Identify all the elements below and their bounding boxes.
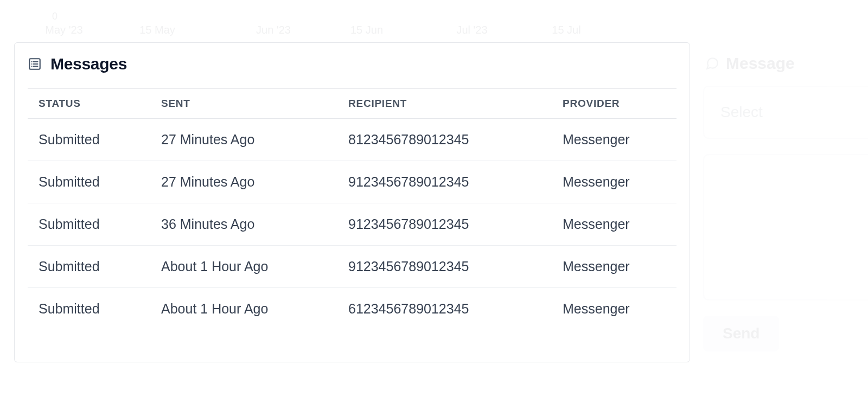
recipient-select-placeholder: Select bbox=[720, 104, 763, 121]
cell-sent: 27 Minutes Ago bbox=[150, 119, 337, 161]
chart-xtick: 15 May bbox=[139, 24, 175, 36]
table-header-row: STATUS SENT RECIPIENT PROVIDER bbox=[28, 89, 676, 119]
compose-header: Message bbox=[703, 42, 868, 86]
send-button[interactable]: Send bbox=[703, 316, 779, 351]
cell-recipient: 9123456789012345 bbox=[337, 246, 552, 288]
chart-xaxis: 0 May '23 15 May Jun '23 15 Jun Jul '23 … bbox=[0, 0, 868, 43]
messages-card: Messages STATUS SENT RECIPIENT PROVIDER … bbox=[14, 42, 690, 362]
cell-provider: Messenger bbox=[552, 288, 676, 330]
table-row[interactable]: Submitted 27 Minutes Ago 912345678901234… bbox=[28, 161, 676, 203]
col-header-status[interactable]: STATUS bbox=[28, 89, 150, 119]
cell-status: Submitted bbox=[28, 246, 150, 288]
chart-ytick-0: 0 bbox=[52, 11, 58, 22]
chart-xtick: 15 Jun bbox=[350, 24, 383, 36]
recipient-select[interactable]: Select bbox=[703, 86, 868, 139]
cell-status: Submitted bbox=[28, 119, 150, 161]
cell-recipient: 6123456789012345 bbox=[337, 288, 552, 330]
cell-recipient: 8123456789012345 bbox=[337, 119, 552, 161]
cell-status: Submitted bbox=[28, 288, 150, 330]
chart-xtick: Jun '23 bbox=[256, 24, 291, 36]
cell-provider: Messenger bbox=[552, 203, 676, 246]
col-header-recipient[interactable]: RECIPIENT bbox=[337, 89, 552, 119]
cell-sent: 27 Minutes Ago bbox=[150, 161, 337, 203]
chart-xtick: May '23 bbox=[45, 24, 82, 36]
cell-status: Submitted bbox=[28, 161, 150, 203]
cell-status: Submitted bbox=[28, 203, 150, 246]
chart-xtick: Jul '23 bbox=[456, 24, 487, 36]
cell-sent: About 1 Hour Ago bbox=[150, 246, 337, 288]
list-icon bbox=[28, 57, 42, 71]
col-header-sent[interactable]: SENT bbox=[150, 89, 337, 119]
message-icon bbox=[705, 56, 719, 71]
cell-provider: Messenger bbox=[552, 246, 676, 288]
table-row[interactable]: Submitted 36 Minutes Ago 912345678901234… bbox=[28, 203, 676, 246]
send-button-label: Send bbox=[723, 325, 760, 342]
cell-sent: 36 Minutes Ago bbox=[150, 203, 337, 246]
cell-sent: About 1 Hour Ago bbox=[150, 288, 337, 330]
cell-recipient: 9123456789012345 bbox=[337, 203, 552, 246]
compose-title: Message bbox=[726, 54, 795, 73]
messages-table: STATUS SENT RECIPIENT PROVIDER Submitted… bbox=[28, 88, 676, 330]
compose-panel: Message Select Send bbox=[703, 42, 868, 362]
cell-provider: Messenger bbox=[552, 119, 676, 161]
cell-provider: Messenger bbox=[552, 161, 676, 203]
messages-card-header: Messages bbox=[15, 43, 690, 88]
messages-title: Messages bbox=[50, 55, 127, 73]
table-row[interactable]: Submitted About 1 Hour Ago 9123456789012… bbox=[28, 246, 676, 288]
cell-recipient: 9123456789012345 bbox=[337, 161, 552, 203]
chart-xtick: 15 Jul bbox=[552, 24, 580, 36]
table-row[interactable]: Submitted About 1 Hour Ago 6123456789012… bbox=[28, 288, 676, 330]
col-header-provider[interactable]: PROVIDER bbox=[552, 89, 676, 119]
message-textarea[interactable] bbox=[703, 154, 868, 300]
table-row[interactable]: Submitted 27 Minutes Ago 812345678901234… bbox=[28, 119, 676, 161]
